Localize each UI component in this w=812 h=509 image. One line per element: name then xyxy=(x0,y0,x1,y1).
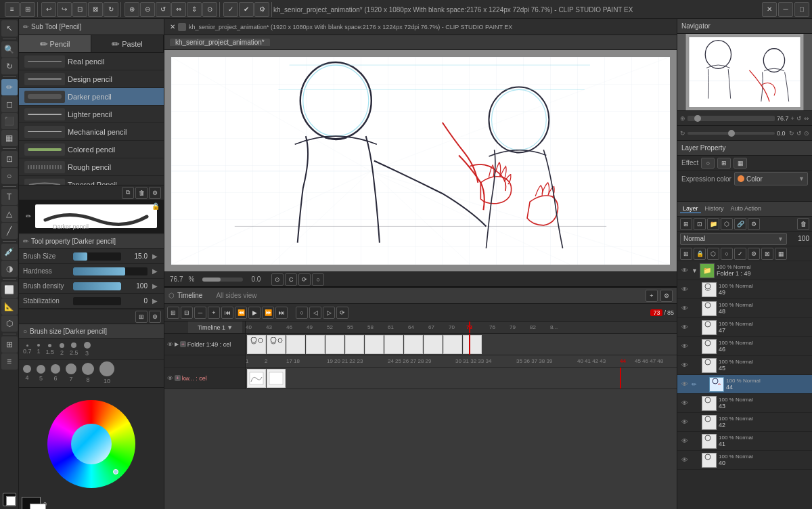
vis-icon-49[interactable]: 👁 xyxy=(680,285,690,294)
tl-last[interactable]: ⏭ xyxy=(275,307,288,319)
folder-vis-eye[interactable]: 👁 xyxy=(167,341,173,348)
tool-select[interactable]: ⊡ xyxy=(1,151,18,167)
sub-vis-eye[interactable]: 👁 xyxy=(167,375,173,382)
layer-icon-8[interactable]: ▦ xyxy=(775,248,787,260)
layer-item-46[interactable]: 👁 100 % Normal 46 xyxy=(677,337,812,356)
layer-item-45[interactable]: 👁 100 % Normal 45 xyxy=(677,356,812,375)
brush-mechanical-pencil[interactable]: Mechanical pencil xyxy=(19,123,164,141)
tab-history[interactable]: History xyxy=(702,204,727,213)
vis-icon-48[interactable]: 👁 xyxy=(680,304,690,313)
tl-new-layer[interactable]: ⊞ xyxy=(167,307,179,319)
canvas-close-btn[interactable]: ✕ xyxy=(170,23,175,30)
size-6[interactable]: 6 xyxy=(51,364,60,382)
tl-settings-btn[interactable]: ⚙ xyxy=(660,290,673,302)
tl-onion-btn[interactable]: ○ xyxy=(296,307,308,319)
toolbar-settings[interactable]: ⚙ xyxy=(254,2,269,17)
tl-cell-12[interactable] xyxy=(463,335,482,354)
toolbar-min[interactable]: ─ xyxy=(778,2,793,17)
tool-gradient[interactable]: ▦ xyxy=(1,130,18,146)
tl-onion-after[interactable]: ▷ xyxy=(323,307,335,319)
layer-new-folder-btn[interactable]: 📁 xyxy=(707,218,719,230)
size-2[interactable]: 2 xyxy=(60,343,64,356)
effect-btn-1[interactable]: ○ xyxy=(701,158,715,169)
tool-brush[interactable]: ✏ xyxy=(1,79,18,95)
toolbar-redo[interactable]: ↪ xyxy=(57,2,72,17)
layer-mask-btn[interactable]: ⬡ xyxy=(721,218,733,230)
brush-delete-btn[interactable]: 🗑 xyxy=(135,187,148,199)
rot-cw-btn[interactable]: ↻ xyxy=(789,130,794,137)
tl-cell-4[interactable] xyxy=(306,335,325,354)
vis-icon-43[interactable]: 👁 xyxy=(680,399,690,408)
vis-icon-47[interactable]: 👁 xyxy=(680,323,690,332)
tl-play[interactable]: ▶ xyxy=(248,307,261,319)
vis-icon-41[interactable]: 👁 xyxy=(680,437,690,446)
tool-bucket[interactable]: ⬜ xyxy=(1,282,18,298)
tl-cell-10[interactable] xyxy=(424,335,443,354)
vis-icon-45[interactable]: 👁 xyxy=(680,361,690,370)
layer-item-42[interactable]: 👁 100 % Normal 42 xyxy=(677,413,812,432)
layer-folder-item[interactable]: 👁 ▼ 📁 100 % Normal Folder 1 : 49 xyxy=(677,261,812,280)
layer-settings-btn[interactable]: ⚙ xyxy=(748,218,760,230)
tool-text[interactable]: T xyxy=(1,189,18,205)
brush-rough-pencil[interactable]: Rough pencil xyxy=(19,158,164,176)
sub-add-btn[interactable]: + xyxy=(175,375,181,381)
toolbar-zoom-in[interactable]: ⊕ xyxy=(125,2,139,17)
layer-item-43[interactable]: 👁 100 % Normal 43 xyxy=(677,394,812,413)
tool-rotate[interactable]: ↻ xyxy=(1,58,18,74)
layer-new-btn[interactable]: ⊞ xyxy=(680,218,692,230)
size-7[interactable]: 7 xyxy=(66,363,76,382)
layer-item-49[interactable]: 👁 100 % Normal 49 xyxy=(677,280,812,299)
tool-eraser[interactable]: ◻ xyxy=(1,96,18,112)
expr-color-dropdown[interactable]: Color ▼ xyxy=(734,172,808,185)
vis-icon-46[interactable]: 👁 xyxy=(680,342,690,351)
toolbar-max[interactable]: □ xyxy=(794,2,809,17)
tool-eyedropper[interactable]: 💉 xyxy=(1,244,18,260)
toolbar-mirror[interactable]: ⇕ xyxy=(187,2,202,17)
tl-zoom-out[interactable]: ─ xyxy=(194,307,206,319)
tool-fill[interactable]: ⬛ xyxy=(1,113,18,129)
canvas-content[interactable] xyxy=(171,57,670,265)
toolbar-close[interactable]: ✕ xyxy=(762,2,777,17)
zoom-inc-btn[interactable]: + xyxy=(791,115,794,122)
prop-expand-btn[interactable]: ⊞ xyxy=(135,311,148,323)
toolbar-rotate-view[interactable]: ↺ xyxy=(156,2,171,17)
tl-cell-2[interactable] xyxy=(267,335,286,354)
canvas-ctrl1[interactable]: ⊙ xyxy=(271,273,284,286)
tool-shape[interactable]: △ xyxy=(1,206,18,222)
layer-icon-6[interactable]: ⚙ xyxy=(748,248,760,260)
tab-auto-action[interactable]: Auto Action xyxy=(728,204,765,213)
layer-item-47[interactable]: 👁 100 % Normal 47 xyxy=(677,318,812,337)
tab-pencil[interactable]: ✏ Pencil xyxy=(19,35,91,52)
tool-color-fg[interactable] xyxy=(3,493,16,506)
brush-design-pencil[interactable]: Design pencil xyxy=(19,70,164,88)
layer-item-48[interactable]: 👁 100 % Normal 48 xyxy=(677,299,812,318)
tl-cell-8[interactable] xyxy=(384,335,403,354)
canvas-onion-btn[interactable]: ○ xyxy=(312,273,324,286)
size-1.5[interactable]: 1.5 xyxy=(46,344,55,355)
brush-tapered-pencil[interactable]: Tapered Pencil xyxy=(19,176,164,185)
layer-icon-2[interactable]: 🔒 xyxy=(694,248,706,260)
vis-icon-40[interactable]: 👁 xyxy=(680,456,690,465)
tool-blend[interactable]: ◑ xyxy=(1,261,18,277)
brush-density-expand[interactable]: ▶ xyxy=(150,282,160,291)
brush-lighter-pencil[interactable]: Lighter pencil xyxy=(19,106,164,123)
blend-mode-select[interactable]: Normal ▼ xyxy=(680,233,787,245)
layer-icon-7[interactable]: ⊠ xyxy=(761,248,773,260)
tl-next[interactable]: ⏩ xyxy=(262,307,274,319)
layer-delete-btn[interactable]: 🗑 xyxy=(797,218,809,230)
stabilization-slider[interactable] xyxy=(73,297,121,305)
tl-loop-icon[interactable]: ⟳ xyxy=(336,307,348,319)
vis-icon-44[interactable]: 👁 xyxy=(680,380,690,389)
brush-copy-btn[interactable]: ⧉ xyxy=(122,187,134,199)
tl-onion-before[interactable]: ◁ xyxy=(309,307,321,319)
hardness-expand[interactable]: ▶ xyxy=(150,267,160,276)
tool-frame[interactable]: ⊞ xyxy=(1,336,18,353)
layer-link-btn[interactable]: 🔗 xyxy=(734,218,746,230)
background-color[interactable] xyxy=(30,504,46,509)
brush-settings-btn[interactable]: ⚙ xyxy=(149,187,161,199)
tab-pastel[interactable]: ✏ Pastel xyxy=(91,35,164,52)
layer-item-40[interactable]: 👁 100 % Normal 40 xyxy=(677,451,812,470)
folder-vis-icon[interactable]: 👁 xyxy=(680,266,690,275)
size-8[interactable]: 8 xyxy=(82,363,94,383)
tool-zoom[interactable]: 🔍 xyxy=(1,41,18,58)
